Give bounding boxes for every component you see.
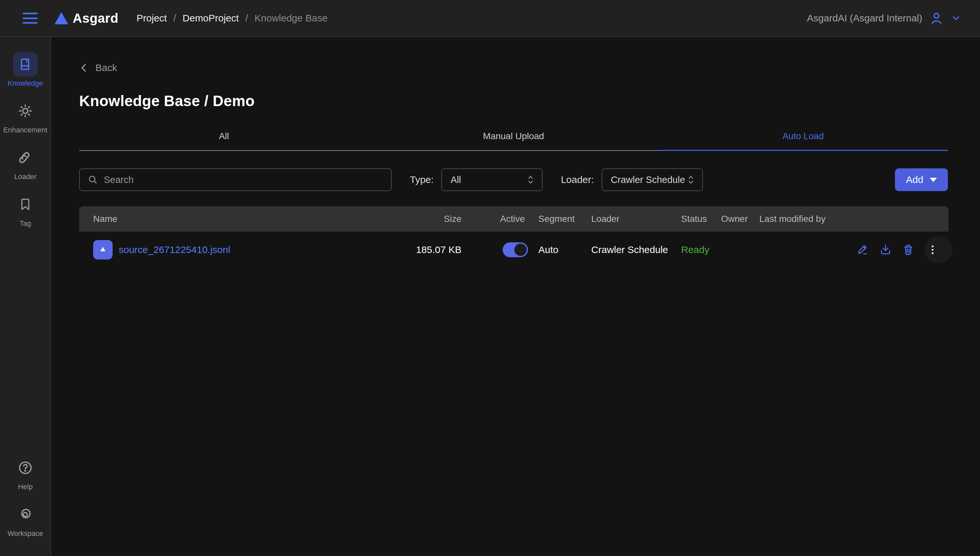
- breadcrumb-knowledge-base: Knowledge Base: [254, 13, 327, 24]
- user-icon[interactable]: [929, 11, 944, 25]
- sidebar-item-label: Knowledge: [8, 79, 43, 87]
- type-select[interactable]: All: [441, 168, 543, 191]
- breadcrumb: Project / DemoProject / Knowledge Base: [137, 13, 328, 24]
- sidebar-item-help[interactable]: Help: [0, 456, 51, 491]
- sidebar-item-label: Help: [18, 483, 32, 491]
- active-toggle[interactable]: [503, 242, 528, 257]
- filter-bar: Type: All Loader: Crawler Schedule Add: [79, 168, 948, 191]
- file-size: 185.07 KB: [388, 232, 461, 268]
- file-type-icon: [93, 240, 113, 260]
- column-header-owner: Owner: [721, 206, 748, 232]
- type-filter-label: Type:: [410, 174, 433, 185]
- caret-down-icon: [930, 178, 937, 182]
- tab-all[interactable]: All: [79, 131, 369, 151]
- back-button[interactable]: Back: [79, 62, 117, 73]
- status-badge: Ready: [681, 232, 709, 268]
- add-button[interactable]: Add: [895, 168, 948, 191]
- chevron-left-icon: [79, 62, 89, 73]
- menu-icon[interactable]: [23, 13, 38, 24]
- sidebar-item-enhancement[interactable]: Enhancement: [0, 99, 51, 134]
- breadcrumb-project[interactable]: Project: [137, 13, 167, 24]
- bookmark-icon: [13, 192, 38, 217]
- app-logo[interactable]: Asgard: [55, 11, 118, 26]
- top-header: Asgard Project / DemoProject / Knowledge…: [0, 0, 980, 37]
- tab-manual-upload[interactable]: Manual Upload: [369, 131, 658, 151]
- table-row: source_2671225410.jsonl 185.07 KB Auto C…: [79, 232, 949, 268]
- sidebar-item-tag[interactable]: Tag: [0, 192, 51, 228]
- breadcrumb-demoproject[interactable]: DemoProject: [183, 13, 239, 24]
- add-button-label: Add: [906, 174, 923, 185]
- column-header-status: Status: [681, 206, 707, 232]
- sidebar-item-knowledge[interactable]: Knowledge: [0, 52, 51, 87]
- column-header-segment: Segment: [539, 206, 575, 232]
- more-options-icon[interactable]: [926, 243, 939, 256]
- loader-select[interactable]: Crawler Schedule: [602, 168, 703, 191]
- page-title: Knowledge Base / Demo: [79, 92, 948, 110]
- chevron-down-icon[interactable]: [951, 13, 961, 23]
- tab-bar: All Manual Upload Auto Load: [79, 131, 948, 151]
- segment-value: Auto: [539, 232, 558, 268]
- breadcrumb-separator: /: [173, 13, 176, 24]
- download-icon[interactable]: [879, 243, 892, 256]
- sources-table: Name Size Active Segment Loader Status O…: [79, 206, 949, 268]
- column-header-size: Size: [388, 206, 461, 232]
- column-header-name: Name: [93, 206, 118, 232]
- loader-select-value: Crawler Schedule: [611, 175, 685, 185]
- brand-name: Asgard: [73, 11, 118, 26]
- trash-icon[interactable]: [902, 243, 915, 256]
- toggle-knob: [514, 244, 527, 256]
- loader-filter-label: Loader:: [561, 174, 594, 185]
- triangle-logo-icon: [55, 12, 68, 24]
- question-icon: [13, 456, 38, 480]
- breadcrumb-separator: /: [245, 13, 248, 24]
- main-content: Back Knowledge Base / Demo All Manual Up…: [52, 37, 980, 556]
- gear-icon: [13, 502, 38, 527]
- search-box[interactable]: [79, 168, 392, 191]
- tab-auto-load[interactable]: Auto Load: [658, 131, 948, 151]
- sidebar-item-label: Loader: [14, 173, 37, 181]
- edit-icon[interactable]: [856, 243, 869, 256]
- source-file-link[interactable]: source_2671225410.jsonl: [119, 232, 230, 268]
- column-header-loader: Loader: [591, 206, 619, 232]
- sidebar-item-label: Workspace: [8, 529, 43, 538]
- table-header: Name Size Active Segment Loader Status O…: [79, 206, 949, 232]
- loader-value: Crawler Schedule: [591, 232, 668, 268]
- link-icon: [13, 145, 38, 170]
- sidebar-item-label: Enhancement: [3, 126, 47, 134]
- sun-icon: [13, 99, 38, 123]
- sidebar-item-label: Tag: [19, 219, 31, 228]
- sidebar-item-workspace[interactable]: Workspace: [0, 502, 51, 538]
- back-label: Back: [95, 62, 117, 73]
- sidebar-item-loader[interactable]: Loader: [0, 145, 51, 181]
- search-icon: [87, 175, 98, 185]
- up-down-chevrons-icon: [687, 175, 695, 184]
- column-header-active: Active: [500, 206, 525, 232]
- sidebar: Knowledge Enhancement Loader: [0, 37, 51, 556]
- up-down-chevrons-icon: [526, 175, 535, 184]
- account-label: AsgardAI (Asgard Internal): [807, 13, 922, 24]
- column-header-last-modified-by: Last modified by: [759, 206, 826, 232]
- book-icon: [13, 52, 38, 76]
- search-input[interactable]: [104, 175, 383, 185]
- type-select-value: All: [450, 175, 461, 185]
